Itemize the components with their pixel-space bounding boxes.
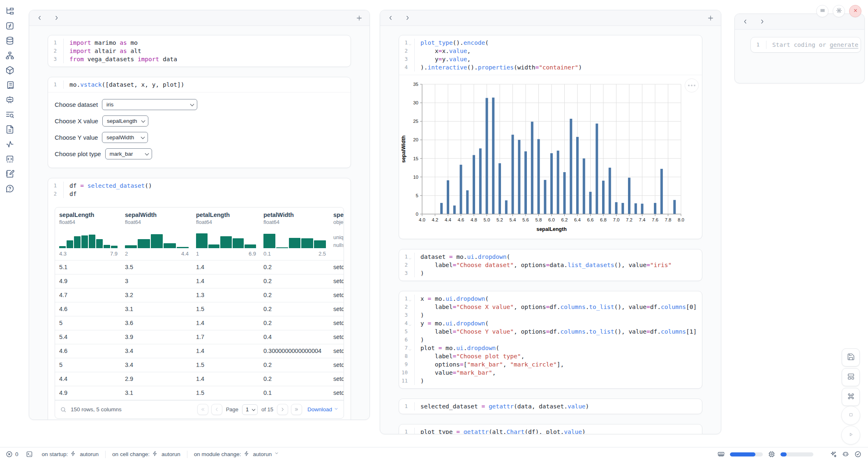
page-label: Page	[226, 406, 238, 413]
menu-button[interactable]	[816, 5, 829, 17]
table-column-header[interactable]: petalWidthfloat640.12.5	[263, 212, 333, 257]
settings-button[interactable]	[833, 5, 845, 17]
column-forward-icon[interactable]	[404, 15, 411, 21]
run-setting-0[interactable]: on startup:autorun	[42, 451, 99, 458]
connection-status-icon[interactable]	[854, 451, 861, 458]
table-column-header[interactable]: speciesobjectunique:nulls:	[333, 212, 344, 257]
column-back-icon[interactable]	[742, 18, 748, 25]
fold-caret-icon[interactable]	[408, 297, 413, 301]
code-editor[interactable]: 123dataset = mo.ui.dropdown( label="Choo…	[399, 249, 702, 281]
line-number: 2	[400, 261, 408, 269]
svg-text:5.6: 5.6	[522, 217, 529, 222]
search-icon[interactable]	[60, 406, 67, 413]
line-number: 1	[49, 39, 57, 47]
errors-indicator[interactable]: 0	[6, 451, 18, 458]
notebook-pen-icon[interactable]	[5, 169, 14, 178]
code-editor[interactable]: 1selected_dataset = getattr(data, datase…	[399, 399, 702, 414]
file-text-icon[interactable]	[5, 125, 14, 134]
terminal-icon	[26, 451, 33, 458]
network-icon[interactable]	[5, 51, 14, 60]
table-column-header[interactable]: petalLengthfloat6416.9	[196, 212, 263, 257]
bot-chat-icon[interactable]	[5, 95, 14, 104]
code-text[interactable]: import marimo as moimport altair as altf…	[64, 39, 177, 63]
line-number: 2	[49, 190, 57, 198]
code-editor[interactable]: 1 Start coding or generate with AI	[751, 37, 861, 52]
code-placeholder[interactable]: Start coding or generate with AI	[766, 41, 861, 49]
fold-caret-icon[interactable]	[408, 346, 413, 350]
scroll-text-icon[interactable]	[5, 81, 14, 90]
code-text[interactable]: dataset = mo.ui.dropdown( label="Choose …	[415, 253, 672, 277]
column-back-icon[interactable]	[37, 15, 43, 21]
fold-caret-icon[interactable]	[408, 321, 413, 326]
download-button[interactable]: Download	[307, 406, 339, 413]
run-setting-2[interactable]: on module change:autorun	[194, 451, 282, 458]
page-number-select[interactable]: 1	[242, 404, 258, 415]
activity-icon[interactable]	[5, 140, 14, 149]
sparkles-icon[interactable]	[830, 451, 837, 458]
help-circle-icon[interactable]	[5, 184, 14, 193]
code-editor[interactable]: 1234567891011x = mo.ui.dropdown( label="…	[399, 291, 702, 388]
table-column-header[interactable]: sepalWidthfloat6424.4	[125, 212, 196, 257]
bar	[550, 153, 553, 214]
table-cell: setosa	[333, 274, 344, 288]
line-number: 8	[400, 352, 408, 360]
code-text[interactable]: df = selected_dataset()df	[64, 182, 152, 198]
layout-button[interactable]	[842, 368, 860, 386]
dropdown-select-choose-dataset[interactable]: iris	[102, 99, 197, 110]
run-setting-label: on cell change:	[112, 451, 150, 457]
table-cell: 3.4	[125, 344, 196, 358]
package-icon[interactable]	[5, 66, 14, 75]
histogram-bar	[96, 239, 103, 248]
add-cell-icon[interactable]	[356, 14, 363, 22]
previous-page-button[interactable]	[211, 404, 222, 415]
column-header-left	[29, 10, 369, 26]
run-button[interactable]	[841, 426, 860, 445]
terminal-button[interactable]	[26, 451, 33, 458]
fold-caret-icon[interactable]	[408, 41, 413, 45]
code-editor[interactable]: 123import marimo as moimport altair as a…	[48, 35, 351, 67]
column-forward-icon[interactable]	[759, 18, 765, 25]
function-square-icon[interactable]	[5, 21, 14, 30]
command-palette-button[interactable]	[842, 388, 860, 406]
database-icon[interactable]	[5, 36, 14, 45]
code-editor[interactable]: 1234plot_type().encode( x=x.value, y=y.v…	[399, 35, 702, 75]
generate-link[interactable]: generate	[830, 41, 859, 48]
text-search-icon[interactable]	[5, 110, 14, 119]
code-editor[interactable]: 1plot_type = getattr(alt.Chart(df), plot…	[399, 424, 702, 434]
column-back-icon[interactable]	[388, 15, 394, 21]
copilot-icon[interactable]	[842, 451, 849, 458]
svg-text:6.2: 6.2	[561, 217, 568, 222]
save-button[interactable]	[842, 348, 860, 366]
code-text[interactable]: plot_type = getattr(alt.Chart(df), plot.…	[415, 428, 586, 434]
code-text[interactable]: mo.vstack([dataset, x, y, plot])	[64, 81, 184, 89]
table-column-header[interactable]: sepalLengthfloat644.37.9	[59, 212, 125, 257]
fold-caret-icon[interactable]	[408, 255, 413, 259]
table-cell: 1.4	[196, 316, 263, 330]
code-editor[interactable]: 1mo.vstack([dataset, x, y, plot])	[48, 77, 351, 92]
chart-menu-button[interactable]	[685, 78, 699, 92]
dropdown-select-choose-y-value[interactable]: sepalWidth	[102, 132, 148, 143]
file-tree-icon[interactable]	[5, 7, 14, 16]
column-forward-icon[interactable]	[53, 15, 60, 21]
code-text[interactable]: plot_type().encode( x=x.value, y=y.value…	[415, 39, 582, 71]
code-text[interactable]: x = mo.ui.dropdown( label="Choose X valu…	[415, 295, 697, 385]
dropdown-select-choose-x-value[interactable]: sepalLength	[102, 115, 148, 127]
code-square-icon[interactable]	[5, 154, 14, 164]
run-setting-1[interactable]: on cell change:autorun	[112, 451, 180, 458]
add-cell-icon[interactable]	[707, 14, 714, 22]
dropdown: sepalWidth	[102, 132, 148, 143]
line-number: 1	[400, 428, 408, 434]
code-text[interactable]: selected_dataset = getattr(data, dataset…	[415, 402, 589, 410]
next-page-button[interactable]	[277, 404, 288, 415]
code-editor[interactable]: 12df = selected_dataset()df	[48, 178, 351, 201]
chart-output: 4.04.24.44.64.85.05.25.45.65.86.06.26.46…	[399, 75, 702, 239]
dropdown-select-choose-plot-type[interactable]: mark_bar	[105, 148, 152, 159]
notebook-column-left: 123import marimo as moimport altair as a…	[29, 10, 370, 420]
close-button[interactable]	[849, 5, 861, 17]
last-page-button[interactable]	[291, 404, 302, 415]
bar	[635, 203, 637, 214]
first-page-button[interactable]	[197, 404, 208, 415]
column-histogram	[59, 231, 118, 248]
stop-button[interactable]	[841, 406, 860, 425]
column-header-middle	[380, 10, 721, 26]
